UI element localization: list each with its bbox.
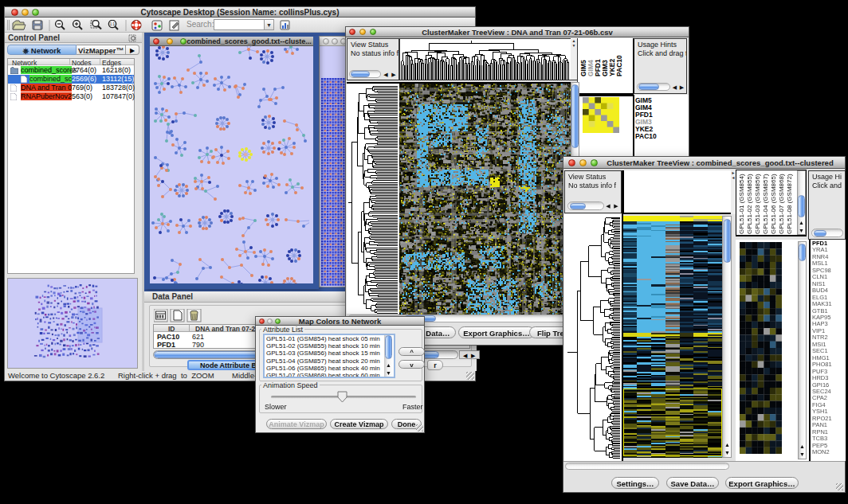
- svg-text:PAC10: PAC10: [615, 55, 623, 76]
- svg-text:GPL51-04 (GSM857): GPL51-04 (GSM857): [762, 174, 769, 234]
- svg-text:GPL51-07 (GSM868): GPL51-07 (GSM868): [778, 174, 785, 234]
- svg-text:1:1: 1:1: [110, 22, 116, 26]
- svg-text:GPL51-08 (GSM872): GPL51-08 (GSM872): [786, 174, 793, 234]
- svg-text:GPL51-03 (GSM856): GPL51-03 (GSM856): [754, 174, 761, 234]
- svg-text:GPL51-06 (GSM865): GPL51-06 (GSM865): [770, 174, 777, 234]
- svg-text:GPL51-01 (GSM854): GPL51-01 (GSM854): [738, 174, 745, 234]
- svg-text:GPL51-02 (GSM855): GPL51-02 (GSM855): [746, 174, 753, 234]
